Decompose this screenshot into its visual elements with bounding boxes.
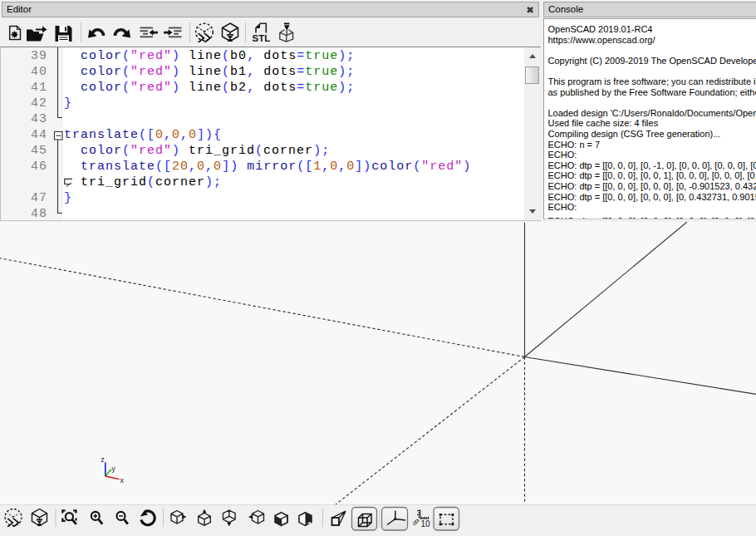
svg-text:y: y [112,465,116,473]
svg-text:z: z [101,455,105,464]
svg-text:STL: STL [253,33,271,43]
svg-text:x: x [120,476,125,484]
svg-text:10: 10 [421,519,431,529]
